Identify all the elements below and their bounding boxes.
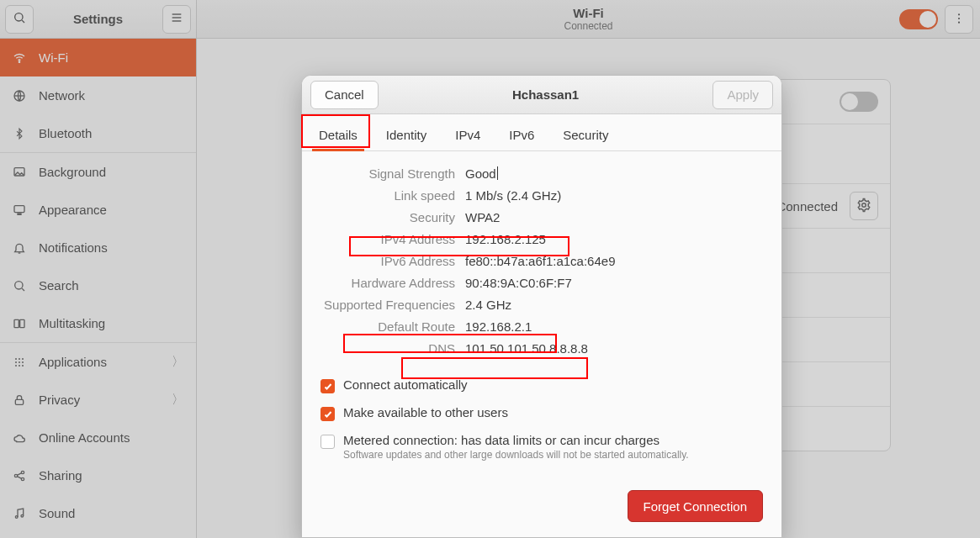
check-auto[interactable]: Connect automatically: [320, 377, 763, 393]
val-ipv4: 192.168.2.125: [465, 232, 763, 246]
val-dns: 101.50.101.50 8.8.8.8: [465, 341, 763, 356]
check-share[interactable]: Make available to other users: [320, 405, 763, 421]
checkbox-icon: [320, 435, 335, 449]
check-label: Make available to other users: [343, 405, 508, 419]
checkbox-icon: [320, 407, 335, 421]
key-signal: Signal Strength: [320, 166, 455, 181]
tab-ipv4[interactable]: IPv4: [452, 119, 484, 150]
checkbox-group: Connect automatically Make available to …: [320, 377, 763, 461]
key-hw: Hardware Address: [320, 276, 455, 290]
dialog-tabs: Details Identity IPv4 IPv6 Security: [302, 114, 781, 151]
key-dns: DNS: [320, 341, 455, 356]
key-security: Security: [320, 210, 455, 224]
check-sub: Software updates and other large downloa…: [343, 449, 689, 461]
val-speed: 1 Mb/s (2.4 GHz): [465, 188, 763, 203]
tab-ipv6[interactable]: IPv6: [506, 119, 538, 150]
checkbox-icon: [320, 379, 335, 393]
cancel-button[interactable]: Cancel: [310, 81, 379, 109]
val-signal: Good: [465, 166, 763, 181]
text-cursor: [497, 166, 498, 180]
details-grid: Signal Strength Good Link speed 1 Mb/s (…: [320, 166, 763, 356]
val-ipv6: fe80::b47a:a6f1:a1ca:64e9: [465, 254, 763, 268]
apply-button[interactable]: Apply: [712, 81, 773, 109]
val-freq: 2.4 GHz: [465, 298, 763, 312]
key-speed: Link speed: [320, 188, 455, 203]
check-label: Metered connection: has data limits or c…: [343, 433, 689, 447]
dialog-body: Signal Strength Good Link speed 1 Mb/s (…: [302, 151, 781, 483]
check-metered[interactable]: Metered connection: has data limits or c…: [320, 433, 763, 461]
tab-security[interactable]: Security: [559, 119, 612, 150]
key-freq: Supported Frequencies: [320, 298, 455, 312]
tab-identity[interactable]: Identity: [383, 119, 430, 150]
tab-details[interactable]: Details: [315, 119, 361, 150]
key-ipv6: IPv6 Address: [320, 254, 455, 268]
val-route: 192.168.2.1: [465, 319, 763, 334]
key-route: Default Route: [320, 319, 455, 334]
val-security: WPA2: [465, 210, 763, 224]
forget-connection-button[interactable]: Forget Connection: [628, 490, 763, 522]
wifi-details-dialog: Cancel Hchassan1 Apply Details Identity …: [301, 75, 782, 538]
key-ipv4: IPv4 Address: [320, 232, 455, 246]
check-label: Connect automatically: [343, 377, 468, 392]
dialog-footer: Forget Connection: [302, 483, 781, 537]
dialog-title: Hchassan1: [387, 87, 705, 102]
val-hw: 90:48:9A:C0:6F:F7: [465, 276, 763, 290]
dialog-header: Cancel Hchassan1 Apply: [302, 76, 781, 114]
